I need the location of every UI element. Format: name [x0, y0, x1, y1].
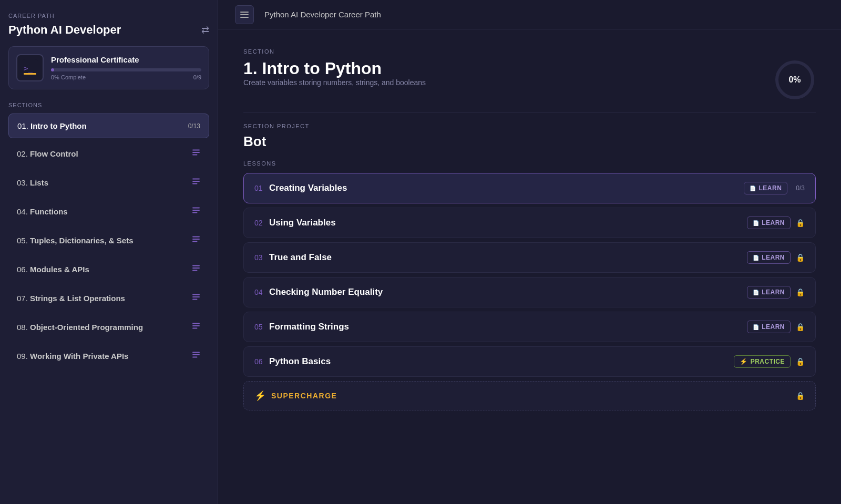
section-tag: SECTION — [243, 48, 816, 55]
progress-circle-label: 0% — [788, 75, 801, 85]
learn-button-1[interactable]: 📄 LEARN — [744, 182, 787, 194]
lesson-num-4: 04 — [254, 288, 269, 296]
lessons-tag: LESSONS — [243, 160, 816, 167]
lesson-name-4: Checking Number Equality — [269, 287, 747, 297]
lesson-name-5: Formatting Strings — [269, 322, 747, 332]
section-item-label-3: 03. Lists — [17, 178, 48, 187]
cert-card[interactable]: >_ Professional Certificate 0% Complete … — [8, 46, 209, 89]
lock-icon-3: 🔒 — [796, 253, 805, 262]
section-heading-group: 1. Intro to Python Create variables stor… — [243, 59, 426, 101]
sidebar-section-item-7[interactable]: 07. Strings & List Operations — [8, 285, 209, 312]
lesson-count-1: 0/3 — [796, 184, 805, 192]
swap-icon[interactable]: ⇄ — [201, 24, 209, 36]
section-item-label-7: 07. Strings & List Operations — [17, 294, 125, 303]
supercharge-lock-icon: 🔒 — [796, 392, 805, 400]
project-tag: SECTION PROJECT — [243, 123, 816, 129]
section-item-badge-5 — [191, 234, 201, 246]
cert-name: Professional Certificate — [51, 55, 201, 64]
section-item-label-4: 04. Functions — [17, 207, 68, 216]
cert-progress-label: 0% Complete 0/9 — [51, 74, 201, 80]
section-item-badge-4 — [191, 205, 201, 218]
topbar: Python AI Developer Career Path — [218, 0, 841, 29]
lesson-name-6: Python Basics — [269, 356, 734, 367]
lock-icon-6: 🔒 — [796, 357, 805, 366]
section-header-row: 1. Intro to Python Create variables stor… — [243, 59, 816, 101]
svg-rect-2 — [24, 73, 36, 75]
learn-button-4[interactable]: 📄 LEARN — [747, 286, 791, 299]
section-item-label-2: 02. Flow Control — [17, 149, 78, 158]
sidebar-title: Python AI Developer — [8, 23, 121, 37]
sidebar-toggle-button[interactable] — [235, 5, 254, 24]
lock-icon-2: 🔒 — [796, 219, 805, 227]
section-heading: 1. Intro to Python — [243, 59, 426, 78]
lesson-actions-1: 📄 LEARN0/3 — [744, 182, 805, 194]
supercharge-label: SUPERCHARGE — [271, 392, 337, 400]
section-item-badge-9 — [191, 350, 201, 362]
lesson-actions-4: 📄 LEARN🔒 — [747, 286, 805, 299]
lesson-num-3: 03 — [254, 253, 269, 262]
svg-rect-4 — [240, 14, 249, 15]
lesson-item-5[interactable]: 05Formatting Strings📄 LEARN🔒 — [243, 312, 816, 342]
svg-rect-5 — [240, 17, 249, 18]
section-desc: Create variables storing numbers, string… — [243, 78, 426, 87]
supercharge-icon: ⚡ — [254, 390, 266, 402]
lessons-list: 01Creating Variables📄 LEARN0/302Using Va… — [243, 173, 816, 377]
sidebar-section-item-8[interactable]: 08. Object-Oriented Programming — [8, 314, 209, 341]
lesson-item-3[interactable]: 03True and False📄 LEARN🔒 — [243, 242, 816, 273]
section-item-label-9: 09. Working With Private APIs — [17, 352, 128, 361]
sidebar-section-item-1[interactable]: 01. Intro to Python0/13 — [8, 114, 209, 138]
content-area: SECTION 1. Intro to Python Create variab… — [218, 29, 841, 504]
section-item-badge-3 — [191, 177, 201, 189]
sidebar-section-item-9[interactable]: 09. Working With Private APIs — [8, 343, 209, 369]
section-item-badge-2 — [191, 148, 201, 160]
sidebar-title-row: Python AI Developer ⇄ — [8, 23, 209, 37]
section-item-label-6: 06. Modules & APIs — [17, 265, 89, 274]
cert-badge-icon: >_ — [16, 54, 44, 81]
lesson-actions-3: 📄 LEARN🔒 — [747, 251, 805, 264]
lesson-actions-6: ⚡ PRACTICE🔒 — [734, 355, 805, 368]
main-content: Python AI Developer Career Path SECTION … — [218, 0, 841, 504]
section-item-badge-1: 0/13 — [188, 122, 200, 130]
lock-icon-4: 🔒 — [796, 288, 805, 296]
project-title: Bot — [243, 133, 816, 150]
divider-1 — [243, 112, 816, 112]
progress-bar-bg — [51, 68, 201, 71]
learn-button-5[interactable]: 📄 LEARN — [747, 321, 791, 333]
lesson-item-4[interactable]: 04Checking Number Equality📄 LEARN🔒 — [243, 277, 816, 307]
supercharge-item[interactable]: ⚡ SUPERCHARGE 🔒 — [243, 381, 816, 410]
learn-button-2[interactable]: 📄 LEARN — [747, 217, 791, 229]
lesson-item-6[interactable]: 06Python Basics⚡ PRACTICE🔒 — [243, 346, 816, 377]
sidebar: CAREER PATH Python AI Developer ⇄ >_ Pro… — [0, 0, 218, 504]
section-item-badge-6 — [191, 263, 201, 275]
section-item-badge-7 — [191, 292, 201, 304]
svg-text:>_: >_ — [24, 64, 33, 73]
section-item-label-5: 05. Tuples, Dictionaries, & Sets — [17, 236, 133, 245]
lesson-item-2[interactable]: 02Using Variables📄 LEARN🔒 — [243, 208, 816, 238]
sidebar-section-item-5[interactable]: 05. Tuples, Dictionaries, & Sets — [8, 227, 209, 254]
sidebar-section-item-4[interactable]: 04. Functions — [8, 198, 209, 225]
practice-button-6[interactable]: ⚡ PRACTICE — [734, 355, 791, 368]
sidebar-section-item-6[interactable]: 06. Modules & APIs — [8, 256, 209, 283]
section-item-badge-8 — [191, 321, 201, 333]
svg-rect-3 — [240, 12, 249, 13]
sidebar-section-item-2[interactable]: 02. Flow Control — [8, 140, 209, 167]
lesson-actions-2: 📄 LEARN🔒 — [747, 217, 805, 229]
section-item-label-8: 08. Object-Oriented Programming — [17, 323, 143, 332]
lesson-actions-5: 📄 LEARN🔒 — [747, 321, 805, 333]
section-item-label-1: 01. Intro to Python — [17, 121, 87, 130]
lesson-num-5: 05 — [254, 323, 269, 331]
sidebar-section-item-3[interactable]: 03. Lists — [8, 169, 209, 196]
progress-circle: 0% — [774, 59, 816, 101]
lesson-num-2: 02 — [254, 219, 269, 227]
lesson-num-1: 01 — [254, 184, 269, 192]
lesson-name-2: Using Variables — [269, 218, 747, 228]
learn-button-3[interactable]: 📄 LEARN — [747, 251, 791, 264]
lesson-item-1[interactable]: 01Creating Variables📄 LEARN0/3 — [243, 173, 816, 203]
lock-icon-5: 🔒 — [796, 323, 805, 331]
cert-info: Professional Certificate 0% Complete 0/9 — [51, 55, 201, 80]
lesson-name-3: True and False — [269, 252, 747, 263]
lesson-num-6: 06 — [254, 357, 269, 366]
lesson-name-1: Creating Variables — [269, 183, 744, 193]
sections-list: 01. Intro to Python0/1302. Flow Control0… — [8, 114, 209, 372]
progress-bar-fill — [51, 68, 54, 71]
